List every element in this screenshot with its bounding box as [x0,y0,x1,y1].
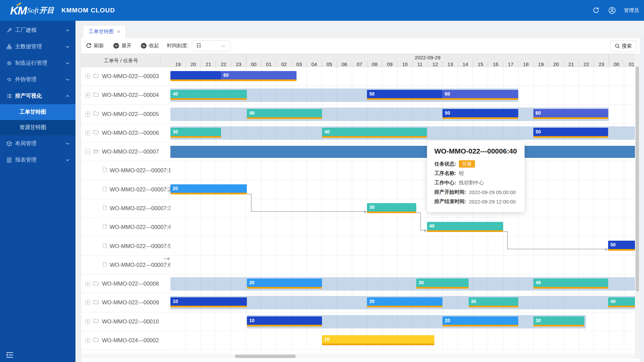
task-bar[interactable]: 60 [533,109,608,119]
expand-row-icon[interactable]: + [85,281,90,286]
gantt-row-label[interactable]: +WO-MMO-022---00009 [81,293,170,312]
task-bar[interactable]: 40 [322,128,427,138]
task-bar[interactable]: 30 [367,203,416,213]
tooltip-field-value: 钳 [459,170,464,177]
row-divider [170,312,635,312]
task-bar[interactable]: 20 [367,297,442,307]
gantt-row-label[interactable]: WO-MMO-022---00007:2 [81,180,170,199]
horizontal-scrollbar-thumb[interactable] [235,355,296,358]
folder-icon [93,300,99,304]
task-bar[interactable]: 50 [442,109,518,119]
hour-header-cell: 01 [624,61,635,67]
expand-row-icon[interactable]: + [85,130,90,135]
sidebar-item-2[interactable]: 制造运行管理 [0,55,75,71]
sidebar-item-5[interactable]: 布局管理 [0,135,75,152]
gantt-row-label[interactable]: +WO-MMO-022---00003 [81,67,170,86]
gantt-row-label[interactable]: −WO-MMO-022---00007 [81,142,170,161]
work-order-id: WO-MMO-022---00010 [102,318,159,325]
gantt-row-label[interactable]: WO-MMO-022---00007:3 [81,199,170,218]
expand-row-icon[interactable]: + [85,300,90,305]
gantt-row-label[interactable]: WO-MMO-022---00007:4 [81,218,170,237]
user-avatar-icon[interactable] [608,6,616,15]
gantt-row-label[interactable]: +WO-MMO-022---00006 [81,124,170,142]
refresh-button[interactable]: 刷新 [86,43,104,49]
gantt-row-label[interactable]: +WO-MMO-022---00008 [81,275,170,293]
collapse-all-button[interactable]: 收起 [141,43,159,49]
expand-row-icon[interactable]: + [85,338,90,343]
hour-header-cell: 19 [170,61,185,67]
time-scale-select[interactable]: 日 [192,40,230,51]
expand-row-icon[interactable]: + [85,112,90,117]
hour-header-cell: 10 [397,61,412,67]
gantt-row-label[interactable]: +WO-MMO-024---00002 [81,331,170,350]
hour-header-cell: 22 [216,61,231,67]
task-tooltip: WO-MMO-022---00006:40 任务状态:分派工序名称:钳工作中心:… [427,141,525,212]
gantt-row-label[interactable]: WO-MMO-022---00007:6 [81,256,170,275]
task-bar[interactable]: 40 [533,279,608,289]
km-logo: KM [10,4,26,17]
task-bar[interactable]: 50 [367,90,442,100]
tab-close-icon[interactable]: × [117,29,120,34]
sidebar-subitem-0[interactable]: 工单甘特图 [0,104,75,120]
task-bar[interactable]: 40 [608,297,635,307]
sidebar-item-label: 工厂建模 [15,27,66,34]
folder-icon [93,130,99,134]
tooltip-row: 排产开始时间:2022-09-29 05:00:00 [434,187,517,197]
dependency-link [251,211,364,212]
dependency-link [420,230,424,231]
task-bar[interactable] [170,71,221,81]
row-divider [170,255,635,256]
gantt-row-label[interactable]: +WO-MMO-022---00004 [81,86,170,105]
task-bar[interactable]: 40 [247,109,322,119]
expand-all-button[interactable]: 展开 [113,43,131,49]
circle-chevron-down-icon [113,43,119,49]
task-bar[interactable]: 20 [247,279,322,289]
task-bar[interactable]: 50 [608,241,635,251]
gantt-row-label[interactable]: +WO-MMO-022---00005 [81,105,170,124]
gantt-row-label[interactable]: WO-MMO-022---00007:5 [81,237,170,255]
task-bar[interactable]: 40 [427,222,503,232]
sidebar-item-4[interactable]: 排产可视化 [0,88,75,104]
header-refresh-icon[interactable] [592,6,600,15]
search-button[interactable]: 搜索 [610,40,636,52]
summary-bar[interactable] [170,146,635,158]
row-divider [170,274,635,275]
sidebar-item-6[interactable]: 报表管理 [0,152,75,168]
expand-row-icon[interactable]: + [85,319,90,324]
expand-row-icon[interactable]: + [85,93,90,98]
task-bar[interactable]: 60 [442,90,518,100]
task-bar[interactable]: 10 [322,335,434,345]
task-bar[interactable]: 60 [221,71,297,81]
sidebar-item-1[interactable]: 主数据管理 [0,39,75,55]
task-bar[interactable]: 10 [170,297,247,307]
task-bar[interactable]: 30 [170,128,221,138]
time-scale-value: 日 [196,43,201,49]
task-bar[interactable]: 30 [469,297,518,307]
hour-header-cell: 23 [231,61,246,67]
sidebar-collapse-icon[interactable] [6,352,13,358]
task-bar[interactable]: 20 [170,184,247,194]
vertical-scrollbar-thumb[interactable] [636,66,639,292]
gantt-row-label[interactable]: +WO-MMO-022---00010 [81,312,170,331]
collapse-label: 收起 [149,43,159,49]
sidebar-item-0[interactable]: 工厂建模 [0,22,75,39]
task-bar[interactable]: 30 [416,279,469,289]
logo-swoosh-icon [16,3,21,6]
task-bar[interactable]: 10 [247,316,322,326]
hour-header-cell: 22 [579,61,594,67]
collapse-row-icon[interactable]: − [85,149,90,154]
task-bar[interactable]: 30 [533,316,584,326]
sidebar-subitem-1[interactable]: 资源甘特图 [0,120,75,136]
task-bar[interactable]: 20 [442,316,518,326]
username-label[interactable]: 管理员 [624,7,639,14]
expand-row-icon[interactable]: + [85,74,90,79]
tab-work-order-gantt[interactable]: 工单甘特图 × [83,25,126,38]
expand-label: 展开 [121,43,131,49]
gantt-row-label[interactable]: WO-MMO-022---00007:1 [81,161,170,180]
hour-header-cell: 17 [503,61,518,67]
dependency-link [420,213,421,230]
sidebar-item-3[interactable]: 外协管理 [0,71,75,88]
tab-label: 工单甘特图 [89,28,114,35]
task-bar[interactable]: 40 [170,90,247,100]
task-bar[interactable]: 50 [533,128,608,138]
